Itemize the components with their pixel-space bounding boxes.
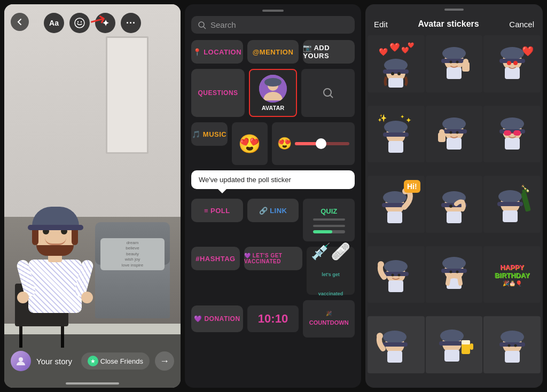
avatar-sticker-wave3[interactable] [368,316,425,373]
svg-point-86 [449,271,452,273]
camera-bottom-bar: Your story ★ Close Friends → [4,334,181,388]
svg-rect-99 [470,343,473,350]
vaccine-image-sticker[interactable]: 💉🩹let's getvaccinated [307,247,355,295]
svg-point-9 [324,89,331,96]
svg-point-25 [449,61,452,64]
link-sticker[interactable]: 🔗 LINK [247,199,299,222]
armchair: dreambelievebeautywish joylove inspire [95,233,170,318]
svg-point-81 [398,274,401,277]
camera-panel: dreambelievebeautywish joylove inspire [4,4,181,388]
music-sticker[interactable]: 🎵 MUSIC [191,122,228,146]
svg-text:❤️: ❤️ [389,42,400,52]
avatar-sticker[interactable]: AVATAR [249,69,297,117]
avatar-sticker-image [259,75,287,103]
svg-rect-59 [387,211,402,223]
avatar-sticker-wave2[interactable] [368,246,425,303]
svg-rect-94 [444,350,459,362]
svg-rect-50 [439,129,444,135]
countdown-label: COUNTDOWN [309,319,349,326]
mention-sticker[interactable]: @MENTION [247,40,299,64]
slider-sticker[interactable]: 😍 [272,122,355,165]
svg-point-38 [384,121,408,134]
cancel-button[interactable]: Cancel [509,20,534,29]
close-friends-icon: ★ [88,356,98,366]
sticker-row-1: 📍 LOCATION @MENTION 📷 ADD YOURS [191,40,355,64]
sticker-search-icon-box[interactable] [301,69,355,117]
svg-text:❤️: ❤️ [408,42,415,49]
time-digits: 10:10 [258,312,288,326]
avatar-sticker-champagne[interactable]: 🍾 [483,176,541,233]
sticker-row-3: 🎵 MUSIC 😍 😍 [191,122,355,165]
back-button[interactable] [11,13,29,31]
svg-point-48 [456,131,458,134]
svg-point-90 [383,331,407,343]
emoji-sticker[interactable]: 😍 [232,122,268,165]
svg-rect-39 [383,132,409,137]
avatar-sticker-pray[interactable] [426,246,483,303]
quiz-sticker[interactable]: QUIZ [303,199,355,241]
svg-point-67 [449,205,452,208]
more-tool-button[interactable]: ··· [121,13,141,33]
quiz-progress-fill [313,230,332,233]
svg-point-47 [449,131,452,134]
avatar-sticker-beer[interactable] [426,316,483,373]
panel-title: Avatar stickers [418,19,479,29]
avatar-sticker-thumbsup2[interactable] [426,106,483,163]
avatar-label: AVATAR [262,105,285,111]
countdown-sticker[interactable]: 🎉 COUNTDOWN [303,300,355,338]
avatar-sticker-extra[interactable] [483,316,541,373]
svg-point-53 [501,117,524,130]
story-avatar [11,351,31,371]
svg-text:✨: ✨ [378,114,387,123]
location-sticker[interactable]: 📍 LOCATION [191,40,243,64]
svg-rect-64 [447,211,462,223]
avatar-sticker-wave[interactable]: Hi! [368,176,425,233]
sticker-grid: 📍 LOCATION @MENTION 📷 ADD YOURS QUESTION… [185,40,361,388]
drag-handle [262,10,284,12]
svg-text:🍾: 🍾 [521,184,530,193]
svg-rect-52 [505,138,520,150]
sticker-row-5: #HASHTAG 💜 LET'S GET VACCINATED 💉🩹let's … [191,247,355,295]
avatar-sticker-hibadge[interactable] [426,176,483,233]
svg-point-15 [391,72,394,75]
svg-rect-44 [447,138,462,150]
svg-point-70 [498,190,522,203]
poll-tooltip: We've updated the poll sticker [191,170,355,189]
avatar-sticker-hearts[interactable]: ❤️ ❤️ ❤️ ❤️ [368,35,425,92]
svg-rect-8 [264,78,282,87]
hi-badge: Hi! [404,180,420,193]
sticker-row-4: ≡ POLL 🔗 LINK QUIZ [191,199,355,241]
avatar-sticker-birthday[interactable]: HAPPY BIRTHDAY 🎉🎂🎈 [483,246,541,303]
svg-point-84 [442,257,466,270]
questions-sticker[interactable]: QUESTIONS [191,69,245,117]
svg-rect-56 [513,130,521,136]
hashtag-sticker[interactable]: #HASHTAG [191,247,240,270]
send-button[interactable]: → [155,351,174,371]
avatar-sticker-thumbsup[interactable] [426,35,483,92]
svg-point-0 [75,18,84,28]
avatar-sticker-sparkle[interactable]: ✨ ✦ ✦ [368,106,425,163]
svg-point-79 [378,261,384,268]
vaccinated-sticker[interactable]: 💜 LET'S GET VACCINATED [244,247,302,270]
svg-rect-96 [439,341,465,346]
text-tool-button[interactable]: Aa [44,13,64,33]
avatar-character [20,206,90,313]
svg-point-31 [501,47,524,60]
svg-point-23 [442,47,466,60]
svg-point-87 [456,271,458,273]
edit-button[interactable]: Edit [374,20,388,29]
close-friends-button[interactable]: ★ Close Friends [81,352,150,370]
donation-sticker[interactable]: 💜 DONATION [191,305,243,332]
poll-sticker[interactable]: ≡ POLL [191,199,243,222]
svg-rect-22 [447,67,462,79]
avatar-sticker-heart-eyes[interactable]: ❤️ [483,35,541,92]
svg-point-45 [442,117,466,130]
avatar-sticker-sunglasses[interactable] [483,106,541,163]
time-display-sticker[interactable]: 10:10 [247,305,299,332]
svg-text:✦: ✦ [405,116,412,124]
sticker-search-bar[interactable]: Search [191,16,355,34]
sticker-row-2: QUESTIONS AVATAR [191,69,355,117]
svg-point-26 [456,61,458,64]
add-yours-sticker[interactable]: 📷 ADD YOURS [303,40,355,64]
svg-point-2 [81,21,82,22]
